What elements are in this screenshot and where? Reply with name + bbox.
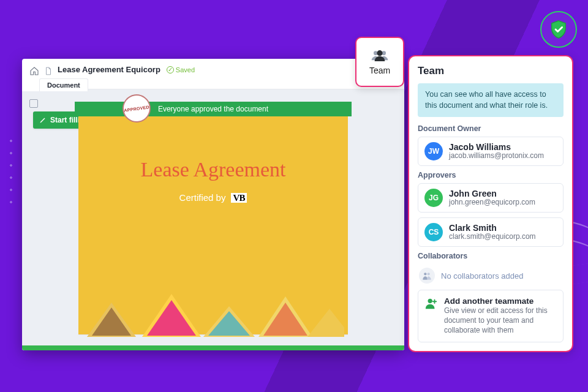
owner-email: jacob.williams@protonix.com	[449, 152, 544, 160]
svg-point-14	[428, 299, 432, 303]
bottom-strip	[22, 345, 404, 350]
document-title: Lease Agreement Equicorp	[58, 65, 160, 74]
collaborators-empty: No collaborators added	[418, 264, 564, 290]
add-teammate-title: Add another teammate	[444, 296, 557, 306]
owner-name: Jacob Williams	[449, 143, 544, 152]
approval-banner: Everyone approved the document	[75, 102, 352, 116]
add-teammate-desc: Give view or edit access for this docume…	[444, 306, 557, 336]
certified-by-label: Certified by	[179, 192, 226, 203]
document-page: Everyone approved the document APPROVED …	[78, 102, 348, 334]
section-owner-label: Document Owner	[418, 124, 564, 133]
page-title: Lease Agreement	[78, 158, 348, 181]
section-approvers-label: Approvers	[418, 171, 564, 179]
svg-marker-7	[263, 303, 307, 336]
avatar: JW	[424, 142, 443, 160]
approver-email: clark.smith@equicorp.com	[449, 233, 536, 241]
approver-name: Clark Smith	[449, 224, 536, 233]
approval-banner-text: Everyone approved the document	[158, 105, 268, 113]
team-info-note: You can see who all have access to this …	[418, 83, 564, 117]
approved-stamp: APPROVED	[121, 92, 153, 124]
minimap-toggle[interactable]	[29, 99, 38, 108]
section-collaborators-label: Collaborators	[418, 252, 564, 260]
collaborators-empty-icon	[419, 268, 435, 284]
add-person-icon	[424, 296, 438, 336]
certifier-logo: VB	[231, 193, 247, 203]
shield-check-icon	[548, 19, 569, 40]
owner-card[interactable]: JW Jacob Williams jacob.williams@protoni…	[418, 137, 564, 166]
svg-marker-8	[307, 309, 344, 337]
approver-card[interactable]: CS Clark Smith clark.smith@equicorp.com	[418, 217, 564, 247]
avatar: JG	[424, 189, 443, 207]
document-canvas: Document Start filling Everyone approved…	[22, 89, 404, 350]
security-shield-badge	[540, 11, 577, 48]
approver-name: John Green	[449, 189, 535, 198]
add-teammate-card[interactable]: Add another teammate Give view or edit a…	[418, 290, 564, 342]
team-icon	[371, 48, 389, 62]
svg-point-12	[424, 273, 426, 275]
home-icon[interactable]	[29, 66, 39, 76]
svg-point-13	[428, 273, 430, 275]
team-panel-title: Team	[418, 65, 564, 77]
pencil-icon	[39, 116, 47, 124]
certified-by: Certified by VB	[78, 192, 348, 203]
tab-bar: Document	[22, 78, 88, 91]
team-button-label: Team	[369, 66, 390, 75]
saved-status: Saved	[167, 66, 195, 74]
approver-card[interactable]: JG John Green john.green@equicorp.com	[418, 183, 564, 213]
tab-document[interactable]: Document	[39, 78, 88, 91]
svg-point-11	[377, 50, 382, 56]
collaborators-empty-text: No collaborators added	[441, 271, 523, 281]
document-icon	[44, 66, 53, 77]
svg-marker-1	[92, 307, 131, 336]
svg-marker-3	[147, 300, 196, 336]
avatar: CS	[424, 223, 443, 241]
document-window: Lease Agreement Equicorp Saved All Docum…	[22, 59, 404, 350]
svg-marker-5	[208, 311, 250, 336]
approver-email: john.green@equicorp.com	[449, 198, 535, 206]
team-panel: Team You can see who all have access to …	[408, 55, 573, 352]
houses-illustration	[75, 282, 344, 337]
team-button[interactable]: Team	[355, 37, 404, 87]
